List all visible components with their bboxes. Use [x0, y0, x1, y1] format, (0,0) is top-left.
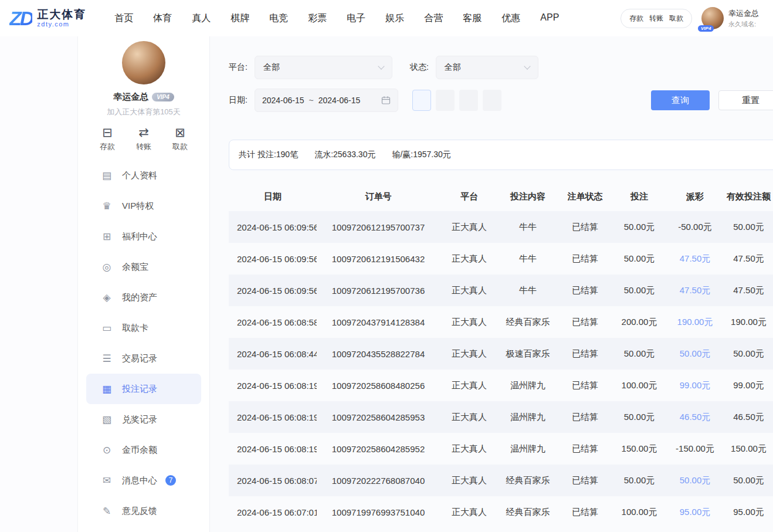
sidebar-menu-item[interactable]: ☰ 交易记录 — [86, 343, 201, 374]
sidebar-menu-label: VIP特权 — [122, 201, 154, 212]
cell-bet-content: 温州牌九 — [499, 443, 557, 455]
cell-bet-content: 牛牛 — [499, 222, 557, 233]
sidebar-menu-label: 金币余额 — [122, 445, 157, 456]
cell-order-number: 1009720612195700736 — [317, 286, 440, 296]
cell-payout: -50.00元 — [666, 222, 724, 233]
nav-item[interactable]: 电竞 — [269, 12, 288, 25]
quick-range-button[interactable] — [412, 90, 431, 111]
vip-icon: ♛ — [100, 200, 113, 212]
date-filter-label: 日期: — [229, 95, 248, 106]
user-avatar[interactable]: VIP4 — [701, 7, 724, 29]
nav-item[interactable]: 优惠 — [501, 12, 520, 25]
header-user[interactable]: VIP4 幸运金总 永久域名: — [701, 7, 767, 29]
date-range-picker[interactable]: 2024-06-15 ~ 2024-06-15 — [255, 89, 398, 112]
cell-status: 已结算 — [557, 222, 613, 233]
sidebar-menu-item[interactable]: ▧ 兑奖记录 — [86, 404, 201, 435]
column-header: 投注内容 — [499, 191, 557, 202]
status-select[interactable]: 全部 — [436, 56, 538, 79]
nav-item[interactable]: 彩票 — [308, 12, 327, 25]
cell-valid-amount: 46.50元 — [724, 412, 773, 423]
sidebar-menu-item[interactable]: ◈ 我的资产 — [86, 282, 201, 313]
cell-bet-amount: 50.00元 — [613, 285, 666, 296]
cell-status: 已结算 — [557, 443, 613, 455]
cell-status: 已结算 — [557, 475, 613, 486]
sidebar-menu-item[interactable]: ▦ 投注记录 — [86, 374, 201, 404]
date-separator: ~ — [309, 96, 314, 105]
sidebar: 幸运金总 VIP4 加入正大体育第105天 ⊟ 存款 ⇄ 转账 ⊠ 取款 ▤ 个… — [78, 36, 210, 532]
nav-item[interactable]: 娱乐 — [385, 12, 404, 25]
cell-date: 2024-06-15 06:09:56 — [229, 286, 317, 296]
quick-range-button[interactable] — [459, 90, 478, 111]
quick-range-button[interactable] — [436, 90, 455, 111]
cell-valid-amount: 50.00元 — [724, 475, 773, 486]
query-button[interactable]: 查询 — [651, 90, 710, 110]
top-header: ZD 正大体育 zdty.com 首页体育真人棋牌电竞彩票电子娱乐合营客服优惠A… — [0, 0, 773, 36]
sidebar-menu-item[interactable]: ♛ VIP特权 — [86, 191, 201, 221]
cell-bet-amount: 200.00元 — [613, 317, 666, 328]
platform-select-value: 全部 — [263, 62, 280, 73]
cell-bet-amount: 50.00元 — [613, 222, 666, 233]
cell-payout: 95.00元 — [666, 507, 724, 518]
filter-row-2: 日期: 2024-06-15 ~ 2024-06-15 — [229, 89, 773, 112]
brand-logo[interactable]: ZD 正大体育 zdty.com — [9, 7, 86, 30]
cell-platform: 正大真人 — [440, 380, 499, 391]
cell-valid-amount: 99.00元 — [724, 380, 773, 391]
cell-status: 已结算 — [557, 285, 613, 296]
quick-action[interactable]: ⇄ 转账 — [136, 126, 151, 154]
table-row: 2024-06-15 06:07:01 1009719976993751040 … — [229, 496, 773, 528]
profile-avatar[interactable] — [122, 41, 165, 84]
nav-item[interactable]: APP — [540, 12, 559, 25]
cell-platform: 正大真人 — [440, 253, 499, 265]
filter-row-1: 平台: 全部 状态: 全部 — [229, 56, 773, 79]
reset-button[interactable]: 重置 — [718, 90, 773, 110]
sidebar-menu-label: 余额宝 — [122, 262, 148, 273]
transfer-icon: ⇄ — [138, 126, 149, 138]
column-header: 投注 — [613, 191, 666, 202]
wallet-action[interactable]: 转账 — [649, 13, 663, 23]
cell-valid-amount: 190.00元 — [724, 317, 773, 328]
nav-item[interactable]: 客服 — [463, 12, 482, 25]
nav-item[interactable]: 电子 — [347, 12, 365, 25]
quick-action[interactable]: ⊟ 存款 — [100, 126, 115, 154]
cell-order-number: 1009720258608480256 — [317, 381, 440, 391]
table-row: 2024-06-15 06:08:44 1009720435528822784 … — [229, 338, 773, 370]
sidebar-quick-actions: ⊟ 存款 ⇄ 转账 ⊠ 取款 — [100, 126, 188, 154]
status-filter-label: 状态: — [410, 62, 429, 73]
platform-select[interactable]: 全部 — [255, 56, 392, 79]
summary-item: 共计 投注:190笔 — [239, 150, 298, 160]
cell-status: 已结算 — [557, 380, 613, 391]
cell-date: 2024-06-15 06:08:19 — [229, 381, 317, 391]
sidebar-menu-item[interactable]: ✉ 消息中心 7 — [86, 465, 201, 496]
cell-date: 2024-06-15 06:07:01 — [229, 507, 317, 517]
sidebar-menu-item[interactable]: ◎ 余额宝 — [86, 252, 201, 282]
quick-action[interactable]: ⊠ 取款 — [172, 126, 188, 154]
quick-range-button[interactable] — [483, 90, 501, 111]
cell-date: 2024-06-15 06:08:19 — [229, 412, 317, 422]
sidebar-menu-item[interactable]: ⊙ 金币余额 — [86, 435, 201, 465]
profile-name: 幸运金总 — [113, 92, 148, 103]
cell-platform: 正大真人 — [440, 475, 499, 486]
date-to-value: 2024-06-15 — [318, 96, 361, 105]
cell-order-number: 1009720435528822784 — [317, 349, 440, 359]
nav-item[interactable]: 首页 — [114, 12, 133, 25]
nav-item[interactable]: 棋牌 — [230, 12, 249, 25]
nav-item[interactable]: 真人 — [192, 12, 211, 25]
page-body: 幸运金总 VIP4 加入正大体育第105天 ⊟ 存款 ⇄ 转账 ⊠ 取款 ▤ 个… — [0, 36, 773, 532]
nav-item[interactable]: 体育 — [153, 12, 172, 25]
nav-item[interactable]: 合营 — [424, 12, 443, 25]
sidebar-menu-item[interactable]: ✎ 意见反馈 — [86, 496, 201, 526]
brand-name: 正大体育 — [37, 9, 86, 21]
sidebar-menu-item[interactable]: ▭ 取款卡 — [86, 313, 201, 343]
sidebar-menu-label: 交易记录 — [122, 353, 157, 364]
wallet-action[interactable]: 取款 — [669, 13, 683, 23]
column-header: 有效投注额 — [724, 191, 773, 202]
sidebar-menu-item[interactable]: ▤ 个人资料 — [86, 160, 201, 191]
cell-platform: 正大真人 — [440, 507, 499, 518]
sidebar-menu-item[interactable]: ⊞ 福利中心 — [86, 221, 201, 252]
join-days-text: 加入正大体育第105天 — [107, 107, 181, 117]
date-from-value: 2024-06-15 — [262, 96, 304, 105]
cell-bet-content: 温州牌九 — [499, 380, 557, 391]
wallet-action[interactable]: 存款 — [629, 13, 643, 23]
sidebar-menu-label: 福利中心 — [122, 231, 157, 242]
cell-bet-amount: 150.00元 — [613, 443, 666, 455]
